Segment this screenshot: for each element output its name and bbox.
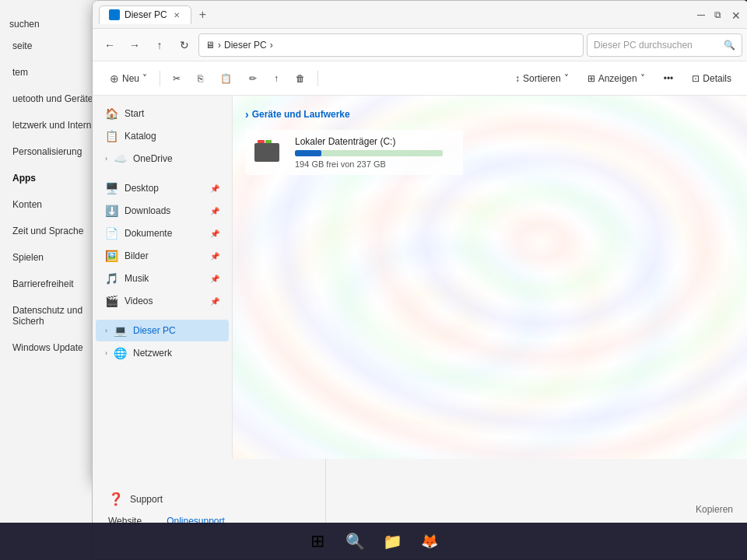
support-label: Support bbox=[130, 494, 163, 505]
musik-icon: 🎵 bbox=[105, 272, 118, 285]
cut-icon: ✂ bbox=[173, 73, 181, 84]
sidebar-musik-label: Musik bbox=[124, 273, 149, 284]
view-label: Anzeigen bbox=[598, 73, 637, 84]
drive-size-label: 194 GB frei von 237 GB bbox=[295, 159, 454, 169]
view-button[interactable]: ⊞ Anzeigen ˅ bbox=[580, 69, 653, 88]
sort-chevron-icon: ˅ bbox=[564, 73, 569, 84]
sort-button[interactable]: ↕ Sortieren ˅ bbox=[507, 69, 577, 88]
pin-icon-5: 📌 bbox=[210, 275, 219, 283]
refresh-button[interactable]: ↻ bbox=[174, 34, 195, 56]
address-monitor-icon: 🖥 bbox=[205, 40, 215, 51]
sort-label: Sortieren bbox=[523, 73, 561, 84]
sidebar-item-dieser-pc[interactable]: › 💻 Dieser PC bbox=[96, 320, 229, 341]
taskbar-firefox-icon: 🦊 bbox=[421, 533, 438, 550]
drive-info: Lokaler Datenträger (C:) 194 GB frei von… bbox=[295, 136, 454, 169]
back-button[interactable]: ← bbox=[99, 34, 121, 56]
search-bar[interactable]: Dieser PC durchsuchen 🔍 bbox=[587, 33, 742, 57]
section-title: Geräte und Laufwerke bbox=[252, 109, 350, 120]
sidebar-katalog-label: Katalog bbox=[124, 131, 156, 142]
cut-button[interactable]: ✂ bbox=[165, 69, 188, 88]
desktop-icon: 🖥️ bbox=[105, 182, 118, 194]
support-item[interactable]: ❓ Support bbox=[108, 492, 310, 506]
pin-icon-6: 📌 bbox=[210, 297, 219, 306]
sidebar-dokumente-label: Dokumente bbox=[124, 228, 172, 239]
drive-c-item[interactable]: Lokaler Datenträger (C:) 194 GB frei von… bbox=[245, 130, 463, 175]
toolbar-separator-2 bbox=[317, 71, 318, 86]
forward-button[interactable]: → bbox=[124, 34, 146, 56]
details-button[interactable]: ⊡ Details bbox=[684, 69, 739, 88]
sidebar-item-desktop[interactable]: 🖥️ Desktop 📌 bbox=[96, 177, 229, 199]
tab-title: Dieser PC bbox=[124, 9, 167, 20]
file-content: Geräte und Laufwerke Lokaler Datenträger… bbox=[233, 96, 747, 460]
taskbar-search[interactable]: 🔍 bbox=[339, 526, 370, 557]
rename-button[interactable]: ✏ bbox=[241, 69, 265, 88]
taskbar-file-explorer[interactable]: 📁 bbox=[377, 526, 408, 557]
up-button[interactable]: ↑ bbox=[149, 34, 170, 56]
taskbar: ⊞ 🔍 📁 🦊 bbox=[0, 523, 747, 560]
search-icon: 🔍 bbox=[724, 40, 735, 51]
navigation-bar: ← → ↑ ↻ 🖥 › Dieser PC › Dieser PC durchs… bbox=[93, 29, 747, 61]
dieser-pc-chevron-icon: › bbox=[105, 327, 107, 334]
delete-icon: 🗑 bbox=[296, 73, 305, 84]
share-icon: ↑ bbox=[274, 73, 279, 84]
sidebar-desktop-label: Desktop bbox=[124, 183, 159, 194]
sidebar-item-netzwerk[interactable]: › 🌐 Netzwerk bbox=[96, 342, 229, 364]
copy-icon: ⎘ bbox=[198, 73, 203, 84]
pin-icon-4: 📌 bbox=[210, 252, 219, 261]
new-tab-button[interactable]: + bbox=[195, 6, 211, 23]
explorer-tab[interactable]: Dieser PC ✕ bbox=[99, 5, 191, 24]
share-button[interactable]: ↑ bbox=[266, 69, 286, 88]
details-icon: ⊡ bbox=[692, 73, 700, 84]
sidebar-item-bilder[interactable]: 🖼️ Bilder 📌 bbox=[96, 245, 229, 267]
support-circle-icon: ❓ bbox=[108, 492, 124, 506]
drive-progress-fill bbox=[295, 150, 321, 156]
drive-body-icon bbox=[254, 143, 279, 162]
windows-logo-taskbar-icon: ⊞ bbox=[310, 531, 324, 551]
downloads-icon: ⬇️ bbox=[105, 205, 118, 217]
view-icon: ⊞ bbox=[587, 73, 595, 84]
taskbar-windows-start[interactable]: ⊞ bbox=[302, 526, 333, 557]
sidebar-onedrive-label: OneDrive bbox=[133, 153, 173, 164]
tab-close-button[interactable]: ✕ bbox=[172, 9, 181, 21]
onedrive-icon: ☁️ bbox=[114, 152, 127, 165]
sidebar-start-label: Start bbox=[124, 108, 144, 119]
paste-icon: 📋 bbox=[220, 73, 232, 84]
sidebar-netzwerk-label: Netzwerk bbox=[133, 348, 172, 359]
sidebar-item-downloads[interactable]: ⬇️ Downloads 📌 bbox=[96, 200, 229, 222]
netzwerk-chevron-icon: › bbox=[105, 349, 107, 357]
sidebar-item-videos[interactable]: 🎬 Videos 📌 bbox=[96, 290, 229, 312]
minimize-button[interactable]: ─ bbox=[697, 9, 708, 20]
delete-button[interactable]: 🗑 bbox=[288, 69, 313, 88]
sidebar-dieser-pc-label: Dieser PC bbox=[133, 325, 176, 336]
address-bar[interactable]: 🖥 › Dieser PC › bbox=[198, 33, 584, 57]
new-button[interactable]: ⊕ Neu ˅ bbox=[102, 68, 155, 89]
address-separator: › bbox=[218, 40, 221, 51]
taskbar-firefox[interactable]: 🦊 bbox=[414, 526, 445, 557]
search-placeholder-text: Dieser PC durchsuchen bbox=[594, 40, 693, 51]
window-controls: ─ ⧉ ✕ bbox=[697, 9, 742, 20]
toolbar-right: ↕ Sortieren ˅ ⊞ Anzeigen ˅ ••• ⊡ Details bbox=[507, 69, 739, 88]
drive-icon-container bbox=[254, 140, 286, 165]
taskbar-folder-icon: 📁 bbox=[383, 532, 402, 551]
sidebar-item-katalog[interactable]: 📋 Katalog bbox=[96, 125, 229, 147]
kopieren-label[interactable]: Kopieren bbox=[696, 504, 733, 515]
rename-icon: ✏ bbox=[249, 73, 257, 84]
dokumente-icon: 📄 bbox=[105, 227, 118, 240]
netzwerk-icon: 🌐 bbox=[114, 347, 127, 359]
bottom-row-kopieren: Kopieren bbox=[342, 504, 733, 515]
pin-icon-2: 📌 bbox=[210, 207, 219, 215]
sidebar: 🏠 Start 📋 Katalog › ☁️ OneDrive 🖥️ Deskt… bbox=[93, 96, 233, 460]
sidebar-item-musik[interactable]: 🎵 Musik 📌 bbox=[96, 268, 229, 289]
restore-button[interactable]: ⧉ bbox=[714, 9, 725, 20]
sidebar-item-onedrive[interactable]: › ☁️ OneDrive bbox=[96, 148, 229, 170]
paste-button[interactable]: 📋 bbox=[212, 69, 240, 88]
section-header: Geräte und Laufwerke bbox=[245, 108, 736, 121]
copy-button[interactable]: ⎘ bbox=[190, 69, 211, 88]
explorer-window: Dieser PC ✕ + ─ ⧉ ✕ ← → ↑ ↻ 🖥 › Dieser P… bbox=[92, 0, 747, 482]
sidebar-item-start[interactable]: 🏠 Start bbox=[96, 103, 229, 124]
close-button[interactable]: ✕ bbox=[731, 9, 742, 20]
details-label: Details bbox=[703, 73, 731, 84]
more-button[interactable]: ••• bbox=[656, 69, 682, 88]
dieser-pc-icon: 💻 bbox=[114, 324, 127, 337]
sidebar-item-dokumente[interactable]: 📄 Dokumente 📌 bbox=[96, 222, 229, 244]
